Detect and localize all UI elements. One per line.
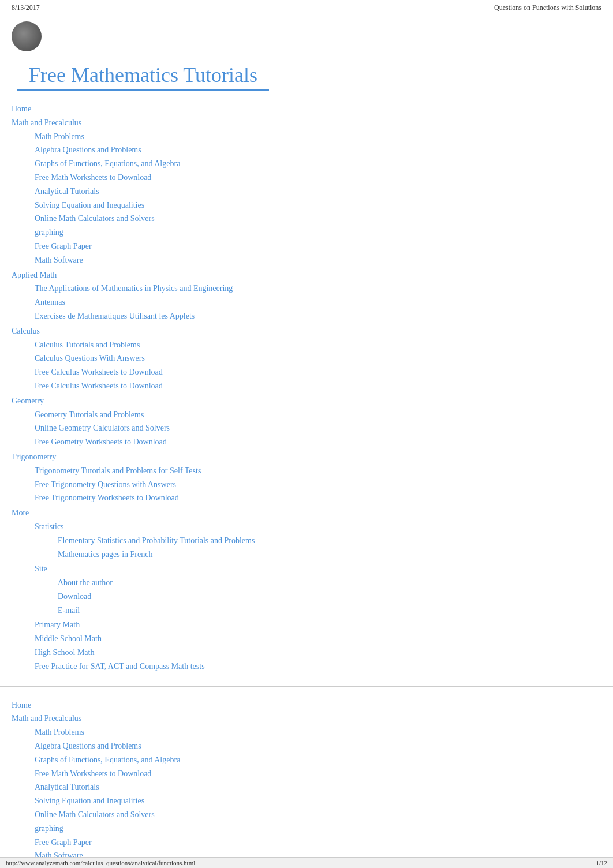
nav-algebra-1[interactable]: Algebra Questions and Problems <box>35 143 601 157</box>
nav-math-precalculus-2[interactable]: Math and Precalculus <box>12 712 601 725</box>
top-bar: 8/13/2017 Questions on Functions with So… <box>0 0 613 16</box>
page-title: Questions on Functions with Solutions <box>494 3 601 12</box>
nav-solving-equation-1[interactable]: Solving Equation and Inequalities <box>35 199 601 212</box>
nav-middle-school-math-1[interactable]: Middle School Math <box>35 632 601 646</box>
nav-free-math-worksheets-1[interactable]: Free Math Worksheets to Download <box>35 171 601 185</box>
nav-about-author-1[interactable]: About the author <box>58 576 601 590</box>
nav-free-calculus-worksheets1-1[interactable]: Free Calculus Worksheets to Download <box>35 365 601 379</box>
site-title-container: Free Mathematics Tutorials <box>0 59 613 96</box>
nav-high-school-math-1[interactable]: High School Math <box>35 646 601 660</box>
nav-free-graph-paper-2[interactable]: Free Graph Paper <box>35 836 601 850</box>
more-section: More Statistics Elementary Statistics an… <box>12 506 601 674</box>
bottom-url-text: http://www.analyzemath.com/calculus_ques… <box>6 859 195 866</box>
nav-graphs-2[interactable]: Graphs of Functions, Equations, and Alge… <box>35 753 601 767</box>
statistics-children: Elementary Statistics and Probability Tu… <box>35 534 601 562</box>
math-precalculus-section: Math and Precalculus Math Problems Algeb… <box>12 116 601 267</box>
nav-antennas-1[interactable]: Antennas <box>35 295 601 309</box>
nav-free-graph-paper-1[interactable]: Free Graph Paper <box>35 240 601 253</box>
nav-email-1[interactable]: E-mail <box>58 604 601 618</box>
applied-math-section: Applied Math The Applications of Mathema… <box>12 268 601 323</box>
nav-site-1[interactable]: Site <box>35 562 601 576</box>
logo-area <box>0 16 613 59</box>
nav-geometry-1[interactable]: Geometry <box>12 394 601 408</box>
site-sub-section: Site About the author Download E-mail <box>35 562 601 617</box>
nav-primary-math-1[interactable]: Primary Math <box>35 618 601 632</box>
nav-math-problems-1[interactable]: Math Problems <box>35 130 601 144</box>
nav-free-trig-worksheets-1[interactable]: Free Trigonometry Worksheets to Download <box>35 491 601 505</box>
nav-applications-physics-1[interactable]: The Applications of Mathematics in Physi… <box>35 282 601 295</box>
math-precalculus-section-2: Math and Precalculus Math Problems Algeb… <box>12 712 601 863</box>
nav-online-math-calc-2[interactable]: Online Math Calculators and Solvers <box>35 808 601 822</box>
more-children: Statistics Elementary Statistics and Pro… <box>12 520 601 674</box>
nav-section-1: Home Math and Precalculus Math Problems … <box>0 96 613 680</box>
nav-online-geometry-calc-1[interactable]: Online Geometry Calculators and Solvers <box>35 421 601 435</box>
statistics-sub-section: Statistics Elementary Statistics and Pro… <box>35 520 601 561</box>
nav-geometry-tutorials-1[interactable]: Geometry Tutorials and Problems <box>35 408 601 422</box>
math-precalculus-children: Math Problems Algebra Questions and Prob… <box>12 130 601 267</box>
nav-free-math-worksheets-2[interactable]: Free Math Worksheets to Download <box>35 767 601 781</box>
nav-math-precalculus-1[interactable]: Math and Precalculus <box>12 116 601 130</box>
nav-calculus-tutorials-1[interactable]: Calculus Tutorials and Problems <box>35 338 601 352</box>
nav-trig-tutorials-1[interactable]: Trigonometry Tutorials and Problems for … <box>35 464 601 478</box>
nav-graphing-1[interactable]: graphing <box>35 226 601 240</box>
bottom-bar: http://www.analyzemath.com/calculus_ques… <box>0 857 613 868</box>
geometry-children: Geometry Tutorials and Problems Online G… <box>12 408 601 449</box>
site-title: Free Mathematics Tutorials <box>17 59 269 91</box>
nav-calculus-questions-1[interactable]: Calculus Questions With Answers <box>35 351 601 365</box>
divider-1 <box>0 686 613 687</box>
nav-analytical-tutorials-2[interactable]: Analytical Tutorials <box>35 780 601 794</box>
geometry-section: Geometry Geometry Tutorials and Problems… <box>12 394 601 449</box>
nav-math-pages-french-1[interactable]: Mathematics pages in French <box>58 548 601 562</box>
nav-section-2: Home Math and Precalculus Math Problems … <box>0 693 613 868</box>
nav-free-practice-sat-1[interactable]: Free Practice for SAT, ACT and Compass M… <box>35 660 601 674</box>
date-label: 8/13/2017 <box>12 3 40 12</box>
site-children: About the author Download E-mail <box>35 576 601 617</box>
nav-more-1[interactable]: More <box>12 506 601 520</box>
nav-applied-math-1[interactable]: Applied Math <box>12 268 601 282</box>
nav-free-calculus-worksheets2-1[interactable]: Free Calculus Worksheets to Download <box>35 379 601 393</box>
nav-algebra-2[interactable]: Algebra Questions and Problems <box>35 739 601 753</box>
nav-calculus-1[interactable]: Calculus <box>12 324 601 338</box>
nav-graphs-1[interactable]: Graphs of Functions, Equations, and Alge… <box>35 157 601 171</box>
nav-home-1[interactable]: Home <box>12 102 601 116</box>
math-precalculus-children-2: Math Problems Algebra Questions and Prob… <box>12 725 601 863</box>
page-info: 1/12 <box>596 859 607 866</box>
nav-exercises-math-1[interactable]: Exercises de Mathematiques Utilisant les… <box>35 309 601 323</box>
nav-elementary-stats-1[interactable]: Elementary Statistics and Probability Tu… <box>58 534 601 548</box>
nav-home-2[interactable]: Home <box>12 698 601 712</box>
nav-free-trig-questions-1[interactable]: Free Trigonometry Questions with Answers <box>35 478 601 492</box>
nav-download-1[interactable]: Download <box>58 590 601 604</box>
nav-online-math-calc-1[interactable]: Online Math Calculators and Solvers <box>35 212 601 226</box>
nav-math-problems-2[interactable]: Math Problems <box>35 725 601 739</box>
nav-trigonometry-1[interactable]: Trigonometry <box>12 450 601 464</box>
applied-math-children: The Applications of Mathematics in Physi… <box>12 282 601 323</box>
nav-graphing-2[interactable]: graphing <box>35 822 601 836</box>
nav-analytical-tutorials-1[interactable]: Analytical Tutorials <box>35 185 601 199</box>
trigonometry-section: Trigonometry Trigonometry Tutorials and … <box>12 450 601 505</box>
logo-icon <box>12 21 42 51</box>
trigonometry-children: Trigonometry Tutorials and Problems for … <box>12 464 601 505</box>
calculus-children: Calculus Tutorials and Problems Calculus… <box>12 338 601 393</box>
nav-solving-equation-2[interactable]: Solving Equation and Inequalities <box>35 794 601 808</box>
calculus-section: Calculus Calculus Tutorials and Problems… <box>12 324 601 393</box>
nav-statistics-1[interactable]: Statistics <box>35 520 601 534</box>
nav-math-software-1[interactable]: Math Software <box>35 253 601 267</box>
nav-free-geometry-worksheets-1[interactable]: Free Geometry Worksheets to Download <box>35 435 601 449</box>
